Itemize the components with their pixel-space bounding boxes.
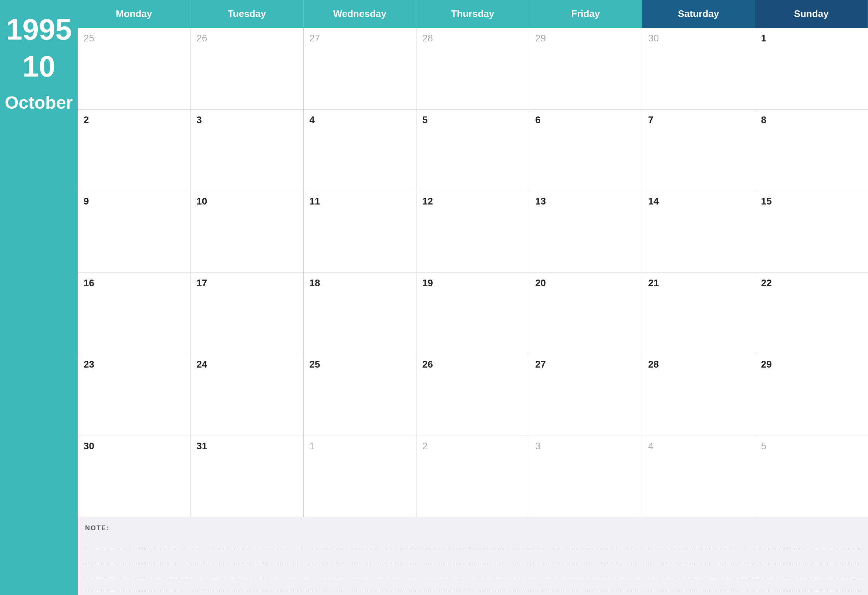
- day-cell: 31: [190, 436, 303, 517]
- day-number: 13: [535, 196, 546, 207]
- day-cell: 17: [190, 273, 303, 354]
- main-content: MondayTuesdayWednesdayThursdayFridaySatu…: [78, 0, 868, 595]
- day-cell: 9: [78, 191, 190, 273]
- note-line[interactable]: [85, 535, 861, 549]
- day-cell: 25: [304, 354, 416, 436]
- day-cell: 23: [78, 354, 190, 436]
- day-header-tuesday: Tuesday: [190, 0, 303, 28]
- day-number: 28: [422, 32, 433, 44]
- sidebar-month-name: October: [5, 93, 73, 113]
- day-number: 24: [196, 359, 207, 370]
- week-row-2: 2345678: [78, 109, 868, 191]
- day-number: 4: [648, 440, 653, 452]
- day-number: 1: [310, 440, 315, 452]
- day-number: 3: [196, 114, 202, 125]
- sidebar-month-num: 10: [22, 52, 56, 81]
- day-number: 2: [422, 440, 428, 452]
- day-cell: 11: [304, 191, 416, 273]
- day-number: 4: [310, 114, 315, 125]
- sidebar-year: 1995: [6, 15, 72, 44]
- day-number: 23: [84, 359, 94, 370]
- day-number: 29: [535, 32, 546, 44]
- day-cell: 24: [190, 354, 303, 436]
- note-line[interactable]: [85, 577, 861, 591]
- day-number: 30: [648, 32, 659, 44]
- day-headers: MondayTuesdayWednesdayThursdayFridaySatu…: [78, 0, 868, 28]
- day-cell: 2: [78, 110, 190, 191]
- day-number: 26: [422, 359, 433, 370]
- day-number: 7: [648, 114, 653, 125]
- day-cell: 25: [78, 28, 190, 109]
- calendar-grid: MondayTuesdayWednesdayThursdayFridaySatu…: [78, 0, 868, 517]
- day-number: 18: [310, 278, 320, 288]
- weeks-container: 2526272829301234567891011121314151617181…: [78, 28, 868, 517]
- week-row-4: 16171819202122: [78, 273, 868, 354]
- day-cell: 16: [78, 273, 190, 354]
- day-cell: 28: [416, 28, 529, 109]
- day-number: 1: [761, 32, 766, 44]
- day-header-sunday: Sunday: [755, 0, 868, 28]
- day-cell: 6: [529, 110, 642, 191]
- day-number: 5: [422, 114, 428, 125]
- day-cell: 30: [642, 28, 755, 109]
- day-cell: 18: [304, 273, 416, 354]
- note-line[interactable]: [85, 563, 861, 577]
- day-number: 31: [196, 440, 207, 452]
- day-header-wednesday: Wednesday: [304, 0, 416, 28]
- day-number: 29: [761, 359, 772, 370]
- day-cell: 7: [642, 110, 755, 191]
- day-header-monday: Monday: [78, 0, 190, 28]
- day-number: 12: [422, 196, 433, 207]
- day-number: 19: [422, 278, 433, 288]
- day-cell: 27: [304, 28, 416, 109]
- day-cell: 8: [755, 110, 868, 191]
- day-number: 17: [196, 278, 207, 288]
- day-number: 30: [84, 440, 94, 452]
- day-header-thursday: Thursday: [416, 0, 529, 28]
- day-cell: 5: [755, 436, 868, 517]
- day-number: 11: [310, 196, 320, 207]
- day-number: 25: [84, 32, 94, 44]
- day-number: 6: [535, 114, 540, 125]
- day-cell: 20: [529, 273, 642, 354]
- day-number: 28: [648, 359, 659, 370]
- day-cell: 26: [190, 28, 303, 109]
- day-cell: 30: [78, 436, 190, 517]
- day-cell: 4: [642, 436, 755, 517]
- day-cell: 15: [755, 191, 868, 273]
- day-cell: 22: [755, 273, 868, 354]
- day-header-friday: Friday: [529, 0, 642, 28]
- notes-label: NOTE:: [85, 524, 861, 532]
- day-cell: 28: [642, 354, 755, 436]
- day-cell: 19: [416, 273, 529, 354]
- calendar-wrapper: 1995 10 October MondayTuesdayWednesdayTh…: [0, 0, 868, 595]
- day-cell: 1: [304, 436, 416, 517]
- day-cell: 26: [416, 354, 529, 436]
- day-number: 10: [196, 196, 207, 207]
- day-header-saturday: Saturday: [642, 0, 755, 28]
- day-cell: 29: [529, 28, 642, 109]
- day-cell: 10: [190, 191, 303, 273]
- day-cell: 29: [755, 354, 868, 436]
- day-number: 2: [84, 114, 89, 125]
- week-row-6: 303112345: [78, 436, 868, 517]
- week-row-1: 2526272829301: [78, 28, 868, 109]
- day-number: 8: [761, 114, 766, 125]
- notes-section: NOTE:: [78, 517, 868, 595]
- day-cell: 3: [190, 110, 303, 191]
- day-number: 5: [761, 440, 766, 452]
- day-cell: 4: [304, 110, 416, 191]
- day-number: 9: [84, 196, 89, 207]
- day-number: 14: [648, 196, 659, 207]
- day-cell: 14: [642, 191, 755, 273]
- day-number: 26: [196, 32, 207, 44]
- day-cell: 3: [529, 436, 642, 517]
- day-cell: 13: [529, 191, 642, 273]
- day-number: 20: [535, 278, 546, 288]
- day-cell: 12: [416, 191, 529, 273]
- day-number: 27: [535, 359, 546, 370]
- day-number: 16: [84, 278, 94, 288]
- note-line[interactable]: [85, 549, 861, 563]
- day-cell: 5: [416, 110, 529, 191]
- day-number: 22: [761, 278, 772, 288]
